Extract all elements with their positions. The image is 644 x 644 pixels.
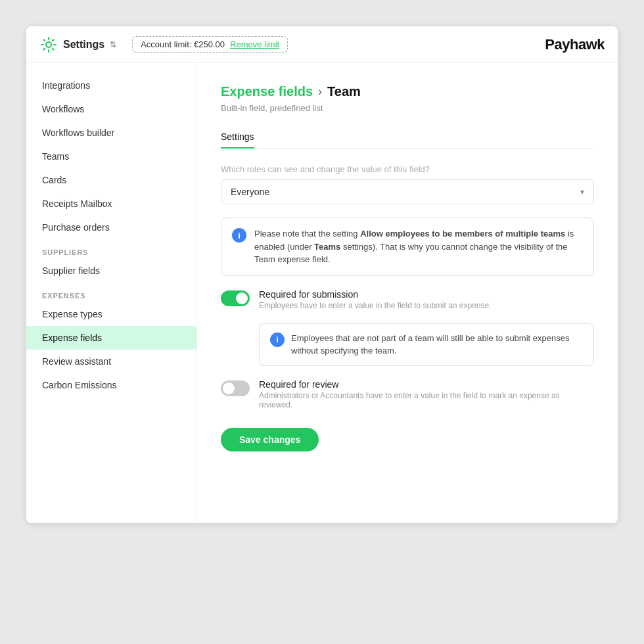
- info-notice-text: Please note that the setting Allow emplo…: [254, 227, 583, 266]
- dropdown-chevron-icon: ▾: [580, 187, 584, 196]
- required-submission-label-group: Required for submission Employees have t…: [259, 289, 594, 310]
- sidebar-item-cards[interactable]: Cards: [26, 168, 196, 192]
- settings-title: Settings: [63, 39, 104, 51]
- info-bold2: Teams: [314, 242, 340, 252]
- info-icon: i: [232, 228, 246, 242]
- submission-info-icon: i: [270, 333, 285, 347]
- sidebar-section-suppliers: SUPPLIERS: [26, 239, 196, 259]
- required-review-row: Required for review Administrators or Ac…: [221, 379, 594, 409]
- main-layout: Integrations Workflows Workflows builder…: [26, 63, 618, 523]
- content-area: Expense fields › Team Built-in field, pr…: [197, 63, 618, 523]
- settings-icon: [39, 35, 58, 54]
- sidebar-item-workflows-builder[interactable]: Workflows builder: [26, 121, 196, 145]
- toggle-slider-submission: [221, 290, 250, 306]
- sidebar-item-review-assistant[interactable]: Review assistant: [26, 350, 196, 373]
- account-limit-text: Account limit: €250.00: [141, 39, 225, 49]
- sidebar-item-workflows[interactable]: Workflows: [26, 97, 196, 121]
- submission-nested-info: i Employees that are not part of a team …: [259, 323, 594, 366]
- visibility-value: Everyone: [231, 187, 269, 197]
- page-title: Team: [327, 84, 361, 99]
- breadcrumb-link[interactable]: Expense fields: [221, 84, 313, 99]
- sidebar-item-integrations[interactable]: Integrations: [26, 74, 196, 97]
- top-bar: Settings ⇅ Account limit: €250.00 Remove…: [26, 26, 618, 63]
- required-review-desc: Administrators or Accountants have to en…: [259, 391, 594, 409]
- required-review-label-group: Required for review Administrators or Ac…: [259, 379, 594, 409]
- save-button[interactable]: Save changes: [221, 428, 319, 451]
- breadcrumb: Expense fields › Team: [221, 84, 594, 99]
- sidebar-item-purchase-orders[interactable]: Purchase orders: [26, 216, 196, 239]
- required-review-label: Required for review: [259, 379, 594, 390]
- sidebar-item-receipts-mailbox[interactable]: Receipts Mailbox: [26, 192, 196, 216]
- svg-point-0: [46, 42, 51, 47]
- sidebar-item-expense-fields[interactable]: Expense fields: [26, 326, 196, 350]
- sidebar-item-carbon-emissions[interactable]: Carbon Emissions: [26, 373, 196, 397]
- page-subtitle: Built-in field, predefined list: [221, 103, 594, 113]
- info-notice: i Please note that the setting Allow emp…: [221, 218, 594, 276]
- account-limit-badge: Account limit: €250.00 Remove limit: [132, 36, 288, 53]
- visibility-dropdown[interactable]: Everyone ▾: [221, 179, 594, 204]
- breadcrumb-separator: ›: [318, 85, 322, 99]
- required-submission-row: Required for submission Employees have t…: [221, 289, 594, 310]
- tab-settings[interactable]: Settings: [221, 126, 254, 149]
- sidebar-section-expenses: EXPENSES: [26, 283, 196, 302]
- tabs: Settings: [221, 126, 594, 149]
- required-submission-toggle[interactable]: [221, 290, 250, 306]
- required-submission-desc: Employees have to enter a value in the f…: [259, 301, 594, 310]
- sidebar-item-supplier-fields[interactable]: Supplier fields: [26, 259, 196, 283]
- remove-limit-link[interactable]: Remove limit: [230, 39, 279, 49]
- required-submission-label: Required for submission: [259, 289, 594, 300]
- payhawk-logo: Payhawk: [545, 36, 605, 53]
- visibility-field-label: Which roles can see and change the value…: [221, 164, 594, 174]
- required-review-toggle[interactable]: [221, 380, 250, 396]
- info-bold1: Allow employees to be members of multipl…: [360, 229, 565, 239]
- submission-info-text: Employees that are not part of a team wi…: [291, 332, 583, 357]
- settings-chevron-icon[interactable]: ⇅: [110, 40, 116, 49]
- toggle-slider-review: [221, 380, 250, 396]
- sidebar-item-teams[interactable]: Teams: [26, 145, 196, 168]
- sidebar-item-expense-types[interactable]: Expense types: [26, 302, 196, 326]
- sidebar: Integrations Workflows Workflows builder…: [26, 63, 197, 523]
